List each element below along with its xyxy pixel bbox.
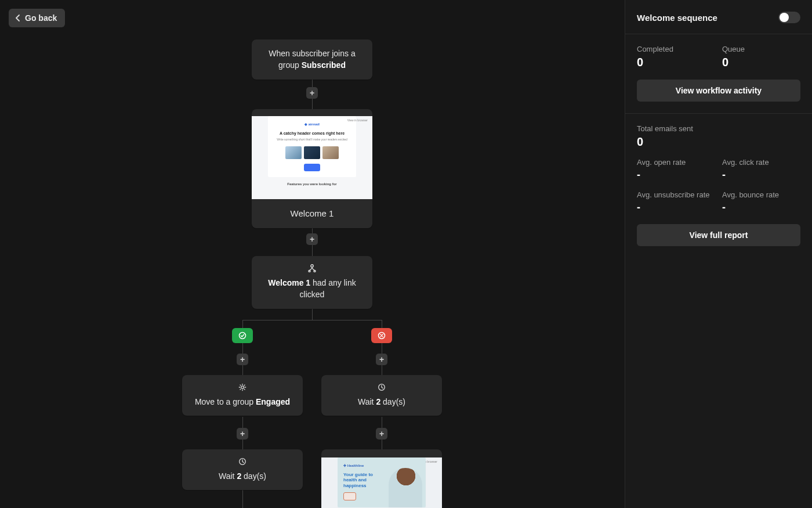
stat-label: Avg. open rate <box>637 158 715 167</box>
stat-value: 0 <box>722 56 800 69</box>
preview-heading: A catchy header comes right here <box>273 131 351 136</box>
preview-cta <box>304 164 320 171</box>
svg-point-2 <box>314 271 316 272</box>
action-prefix: Move to a group <box>195 397 256 406</box>
condition-node[interactable]: Welcome 1 had any link clicked <box>252 256 372 309</box>
add-step-button[interactable]: + <box>376 428 387 439</box>
stat-value: - <box>637 201 715 214</box>
add-step-button[interactable]: + <box>306 87 318 99</box>
stat-total-sent: Total emails sent 0 <box>637 124 800 149</box>
delay-node-left[interactable]: Wait 2 day(s) <box>182 449 303 490</box>
stat-open-rate: Avg. open rate - <box>637 158 715 181</box>
stat-label: Avg. bounce rate <box>722 190 800 199</box>
stat-value: - <box>722 169 800 181</box>
stat-bounce-rate: Avg. bounce rate - <box>722 190 800 214</box>
add-step-button[interactable]: + <box>237 354 248 365</box>
trigger-node[interactable]: When subscriber joins a group Subscribed <box>252 39 372 80</box>
preview-heading: Your guide to health and happiness <box>343 472 378 489</box>
preview-images <box>273 146 351 159</box>
stat-label: Avg. unsubscribe rate <box>637 190 715 199</box>
wait-prefix: Wait <box>219 471 237 481</box>
stats-sidebar: Welcome sequence Completed 0 Queue 0 Vie… <box>625 0 812 508</box>
preview-badge: View in browser <box>347 118 368 123</box>
clock-icon <box>378 383 386 391</box>
action-node-move-group[interactable]: Move to a group Engaged <box>182 375 303 416</box>
connector <box>242 320 382 320</box>
wait-suffix: day(s) <box>241 471 266 481</box>
delay-node-right[interactable]: Wait 2 day(s) <box>321 375 442 416</box>
stat-value: - <box>637 169 715 181</box>
connector <box>242 490 243 508</box>
stat-value: - <box>722 201 800 214</box>
split-icon <box>307 264 317 272</box>
add-step-button[interactable]: + <box>237 428 248 439</box>
preview-brand: ✚ Healthline <box>343 463 420 469</box>
stat-completed: Completed 0 <box>637 45 715 69</box>
email-node-welcome-1[interactable]: View in browser ◆ airmail A catchy heade… <box>252 109 372 228</box>
clock-icon <box>238 457 246 466</box>
x-circle-icon <box>378 332 386 340</box>
email-title: Welcome 1 <box>252 199 372 228</box>
svg-point-5 <box>241 386 244 388</box>
preview-hero-image <box>389 468 422 507</box>
add-step-button[interactable]: + <box>306 233 318 245</box>
add-step-button[interactable]: + <box>376 354 387 365</box>
stat-value: 0 <box>637 135 800 149</box>
stat-click-rate: Avg. click rate - <box>722 158 800 181</box>
view-report-button[interactable]: View full report <box>637 224 800 246</box>
wait-prefix: Wait <box>358 397 376 406</box>
stat-label: Queue <box>722 45 800 53</box>
stat-label: Completed <box>637 45 715 53</box>
check-circle-icon <box>238 332 246 340</box>
condition-no-badge[interactable] <box>371 328 392 343</box>
email-node-2[interactable]: View in browser ✚ Healthline Your guide … <box>321 449 442 508</box>
wait-suffix: day(s) <box>380 397 405 406</box>
trigger-group: Subscribed <box>302 60 346 70</box>
workflow-title: Welcome sequence <box>637 13 717 23</box>
stat-queue: Queue 0 <box>722 45 800 69</box>
gear-icon <box>238 383 246 391</box>
stat-label: Total emails sent <box>637 124 800 133</box>
email-preview: View in browser ✚ Healthline Your guide … <box>321 457 442 508</box>
preview-cta <box>343 492 356 500</box>
condition-email-ref: Welcome 1 <box>268 278 310 287</box>
stat-unsub-rate: Avg. unsubscribe rate - <box>637 190 715 214</box>
stat-value: 0 <box>637 56 715 69</box>
preview-footer: Features you were looking for <box>252 182 372 188</box>
action-group: Engaged <box>256 397 290 406</box>
stat-label: Avg. click rate <box>722 158 800 167</box>
workflow-canvas[interactable]: Go back When subscriber joins a group Su… <box>0 0 625 508</box>
svg-point-1 <box>309 271 310 272</box>
view-activity-button[interactable]: View workflow activity <box>637 80 800 102</box>
preview-brand: ◆ airmail <box>273 122 351 127</box>
preview-sub: Write something short that'll make your … <box>273 138 351 142</box>
workflow-active-toggle[interactable] <box>778 12 800 23</box>
condition-yes-badge[interactable] <box>232 328 253 343</box>
email-preview: View in browser ◆ airmail A catchy heade… <box>252 116 372 199</box>
